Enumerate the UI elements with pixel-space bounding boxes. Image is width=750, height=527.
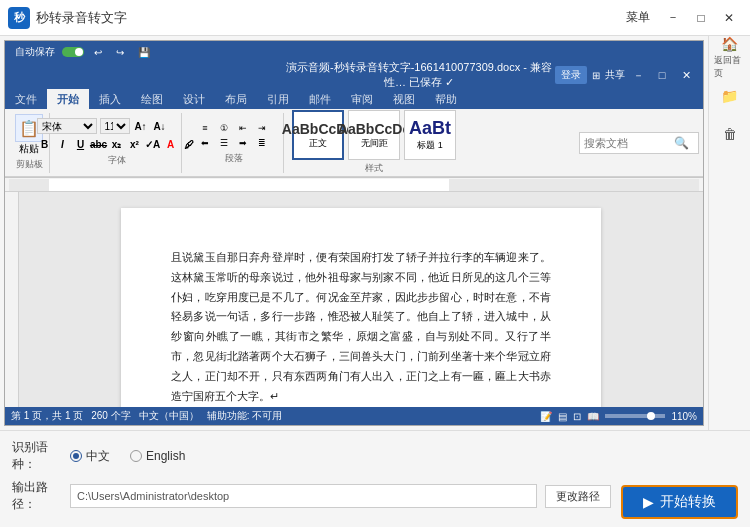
path-label: 输出路径： <box>12 479 62 513</box>
font-color-btn[interactable]: A <box>163 136 179 152</box>
view-web-icon[interactable]: ⊡ <box>573 411 581 422</box>
style-normal[interactable]: AaBbCcDc 正文 <box>292 110 344 160</box>
lang-english-radio[interactable] <box>130 450 142 462</box>
clear-format-btn[interactable]: ✓A <box>145 136 161 152</box>
ribbon-search-box[interactable]: 🔍 <box>579 132 699 154</box>
folder-icon: 📁 <box>721 88 738 104</box>
doc-content[interactable]: 且说黛玉自那日弃舟登岸时，便有荣国府打发了轿子并拉行李的车辆迎来了。这林黛玉常听… <box>171 248 551 406</box>
tab-review[interactable]: 审阅 <box>341 89 383 109</box>
doc-main-area[interactable]: 且说黛玉自那日弃舟登岸时，便有荣国府打发了轿子并拉行李的车辆迎来了。这林黛玉常听… <box>19 192 703 407</box>
tab-draw[interactable]: 绘图 <box>131 89 173 109</box>
quick-undo[interactable]: ↩ <box>90 46 106 59</box>
italic-btn[interactable]: I <box>55 136 71 152</box>
tab-view[interactable]: 视图 <box>383 89 425 109</box>
align-left-btn[interactable]: ⬅ <box>196 136 214 150</box>
bottom-panel: 识别语种： 中文 English 输出路径： 更改路径 <box>0 430 750 527</box>
tab-help[interactable]: 帮助 <box>425 89 467 109</box>
word-minimize[interactable]: － <box>627 66 649 84</box>
lang-chinese-radio[interactable] <box>70 450 82 462</box>
quick-save[interactable]: 💾 <box>134 46 154 59</box>
change-path-button[interactable]: 更改路径 <box>545 485 611 508</box>
lang-chinese-option[interactable]: 中文 <box>70 448 110 465</box>
title-bar: 秒 秒转录音转文字 菜单 － □ ✕ <box>0 0 750 36</box>
paragraph-label: 段落 <box>225 152 243 165</box>
status-lang: 中文（中国） <box>139 409 199 423</box>
font-name-select[interactable]: 宋体 <box>37 118 97 134</box>
bold-btn[interactable]: B <box>37 136 53 152</box>
minimize-button[interactable]: － <box>660 7 686 29</box>
ribbon-content: 📋 粘贴 剪贴板 宋体 <box>5 109 703 177</box>
tab-mailings[interactable]: 邮件 <box>299 89 341 109</box>
ribbon-area: 文件 开始 插入 绘图 设计 布局 引用 邮件 审阅 视图 帮助 <box>5 87 703 178</box>
close-button[interactable]: ✕ <box>716 7 742 29</box>
ruler-inner <box>9 179 699 191</box>
share-icon: ⊞ <box>592 70 600 81</box>
autosave-switch[interactable] <box>62 47 84 57</box>
word-close[interactable]: ✕ <box>675 66 697 84</box>
doc-scroll-area: 且说黛玉自那日弃舟登岸时，便有荣国府打发了轿子并拉行李的车辆迎来了。这林黛玉常听… <box>5 192 703 407</box>
align-numbering-btn[interactable]: ① <box>215 121 233 135</box>
style-compact-preview: AaBbCcDc <box>338 121 410 137</box>
word-status-bar: 第 1 页，共 1 页 260 个字 中文（中国） 辅助功能: 不可用 📝 ▤ … <box>5 407 703 425</box>
app-title: 秒转录音转文字 <box>36 9 618 27</box>
styles-label: 样式 <box>365 162 383 175</box>
view-normal-icon[interactable]: ▤ <box>558 411 567 422</box>
font-row2: B I U abc x₂ x² ✓A A 🖊 <box>37 136 197 152</box>
autosave-label: 自动保存 <box>11 44 59 60</box>
lang-row: 识别语种： 中文 English <box>12 439 611 473</box>
align-right-btn[interactable]: ➡ <box>234 136 252 150</box>
superscript-btn[interactable]: x² <box>127 136 143 152</box>
grow-font-btn[interactable]: A↑ <box>133 118 149 134</box>
start-button[interactable]: ▶ 开始转换 <box>621 485 738 519</box>
login-button[interactable]: 登录 <box>555 66 587 84</box>
tab-references[interactable]: 引用 <box>257 89 299 109</box>
tab-design[interactable]: 设计 <box>173 89 215 109</box>
bottom-form: 识别语种： 中文 English 输出路径： 更改路径 <box>12 439 611 519</box>
restore-button[interactable]: □ <box>688 7 714 29</box>
bottom-actions: 识别语种： 中文 English 输出路径： 更改路径 <box>12 439 738 519</box>
v-ruler <box>5 192 19 407</box>
subscript-btn[interactable]: x₂ <box>109 136 125 152</box>
tab-insert[interactable]: 插入 <box>89 89 131 109</box>
word-restore[interactable]: □ <box>651 66 673 84</box>
view-read-icon[interactable]: 📖 <box>587 411 599 422</box>
lang-english-option[interactable]: English <box>130 449 185 463</box>
underline-btn[interactable]: U <box>73 136 89 152</box>
tab-layout[interactable]: 布局 <box>215 89 257 109</box>
align-justify-btn[interactable]: ≣ <box>253 136 271 150</box>
folder-button[interactable]: 📁 <box>714 82 746 110</box>
indent-increase-btn[interactable]: ⇥ <box>253 121 271 135</box>
style-heading1-preview: AaBt <box>409 118 451 139</box>
zoom-level: 110% <box>671 411 697 422</box>
tab-home[interactable]: 开始 <box>47 89 89 109</box>
autosave-toggle[interactable]: 自动保存 <box>11 44 84 60</box>
style-compact[interactable]: AaBbCcDc 无间距 <box>348 110 400 160</box>
zoom-slider[interactable] <box>605 414 665 418</box>
align-center-btn[interactable]: ☰ <box>215 136 233 150</box>
tab-file[interactable]: 文件 <box>5 89 47 109</box>
ribbon-tabs: 文件 开始 插入 绘图 设计 布局 引用 邮件 审阅 视图 帮助 <box>5 87 703 109</box>
font-size-select[interactable]: 11 <box>100 118 130 134</box>
delete-button[interactable]: 🗑 <box>714 120 746 148</box>
font-label: 字体 <box>108 154 126 167</box>
styles-panel: AaBbCcDc 正文 AaBbCcDc 无间距 AaBt 标题 1 <box>292 110 456 160</box>
word-title-right: 登录 ⊞ 共享 － □ ✕ <box>555 66 697 84</box>
strikethrough-btn[interactable]: abc <box>91 136 107 152</box>
ribbon-font-group: 宋体 11 A↑ A↓ B I <box>52 113 182 173</box>
style-heading1[interactable]: AaBt 标题 1 <box>404 110 456 160</box>
indent-decrease-btn[interactable]: ⇤ <box>234 121 252 135</box>
home-label: 返回首页 <box>714 54 746 80</box>
align-bullets-btn[interactable]: ≡ <box>196 121 214 135</box>
home-button[interactable]: 🏠 返回首页 <box>714 44 746 72</box>
shrink-font-btn[interactable]: A↓ <box>152 118 168 134</box>
share-button[interactable]: 共享 <box>605 68 625 82</box>
alignment-grid: ≡ ① ⇤ ⇥ ⬅ ☰ ➡ ≣ <box>196 121 271 150</box>
menu-button[interactable]: 菜单 <box>618 6 658 29</box>
ribbon-search-area: 🔍 <box>579 132 699 154</box>
home-icon: 🏠 <box>721 36 738 52</box>
status-accessibility: 辅助功能: 不可用 <box>207 409 283 423</box>
path-input[interactable] <box>70 484 537 508</box>
delete-icon: 🗑 <box>723 126 737 142</box>
search-input[interactable] <box>584 137 674 149</box>
quick-redo[interactable]: ↪ <box>112 46 128 59</box>
